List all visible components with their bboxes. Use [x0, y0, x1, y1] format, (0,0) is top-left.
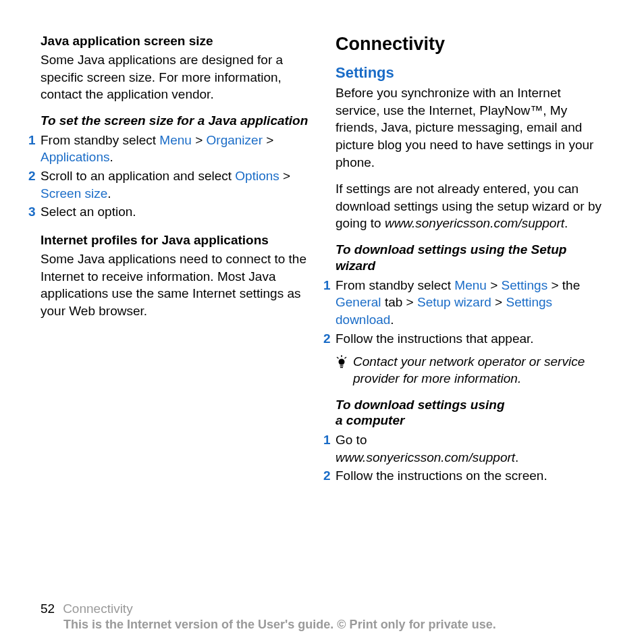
section-heading-java-screen-size: Java application screen size	[41, 34, 308, 49]
step-item: From standby select Menu > Organizer > A…	[28, 132, 308, 166]
manual-page: Java application screen size Some Java a…	[0, 0, 644, 644]
ui-path-organizer: Organizer	[207, 133, 263, 147]
svg-line-1	[337, 357, 339, 358]
step-text: > the	[547, 278, 580, 292]
footer-line-1: 52Connectivity	[41, 601, 603, 616]
url-text: www.sonyericsson.com/support	[385, 216, 564, 230]
footer-notice: This is the Internet version of the User…	[63, 618, 603, 632]
step-item: Follow the instructions on the screen.	[323, 467, 603, 485]
step-item: Select an option.	[28, 203, 308, 221]
ui-path-applications: Applications	[41, 150, 109, 164]
lightbulb-icon	[336, 355, 348, 371]
step-text: Select an option.	[41, 205, 136, 219]
step-sep: >	[491, 295, 506, 309]
step-item: Go to www.sonyericsson.com/support.	[323, 431, 603, 466]
step-text: From standby select	[336, 278, 454, 292]
tip-callout: Contact your network operator or service…	[336, 354, 603, 387]
step-item: Follow the instructions that appear.	[323, 330, 603, 348]
paragraph: Before you synchronize with an Internet …	[336, 84, 603, 171]
subsection-heading-download-wizard: To download settings using the Setup wiz…	[336, 242, 603, 274]
ui-path-options: Options	[235, 169, 279, 183]
ui-path-screen-size: Screen size	[41, 186, 107, 200]
step-period: .	[109, 150, 113, 164]
steps-list: From standby select Menu > Settings > th…	[323, 277, 603, 348]
page-footer: 52Connectivity This is the Internet vers…	[41, 601, 603, 632]
ui-path-menu: Menu	[159, 133, 192, 147]
ui-path-menu: Menu	[454, 278, 487, 292]
section-heading-settings: Settings	[336, 64, 603, 82]
paragraph: If settings are not already entered, you…	[336, 180, 603, 232]
step-sep: >	[487, 278, 502, 292]
chapter-heading-connectivity: Connectivity	[336, 34, 603, 55]
footer-section-name: Connectivity	[63, 601, 133, 616]
right-column: Connectivity Settings Before you synchro…	[336, 34, 603, 596]
step-item: Scroll to an application and select Opti…	[28, 167, 308, 202]
step-text: tab >	[381, 295, 417, 309]
ui-path-settings: Settings	[502, 278, 548, 292]
step-text: Follow the instructions on the screen.	[336, 468, 547, 483]
step-sep: >	[279, 169, 290, 183]
url-text: www.sonyericsson.com/support	[336, 450, 515, 464]
page-number: 52	[41, 601, 55, 616]
subhead-line: a computer	[336, 413, 404, 427]
section-heading-internet-profiles: Internet profiles for Java applications	[41, 233, 308, 248]
paragraph: Some Java applications need to connect t…	[41, 250, 308, 320]
ui-path-general: General	[336, 295, 381, 309]
step-text: Scroll to an application and select	[41, 169, 235, 183]
step-item: From standby select Menu > Settings > th…	[323, 277, 603, 329]
subhead-line: To download settings using	[336, 398, 505, 412]
svg-point-3	[339, 359, 345, 365]
step-text: Go to	[336, 433, 367, 447]
steps-list: Go to www.sonyericsson.com/support. Foll…	[323, 431, 603, 485]
step-period: .	[564, 216, 568, 230]
paragraph: Some Java applications are designed for …	[41, 51, 308, 103]
svg-line-2	[345, 357, 347, 358]
tip-text: Contact your network operator or service…	[353, 354, 603, 387]
columns: Java application screen size Some Java a…	[41, 34, 603, 596]
ui-path-setup-wizard: Setup wizard	[417, 295, 491, 309]
subsection-heading-set-screen-size: To set the screen size for a Java applic…	[41, 113, 308, 129]
left-column: Java application screen size Some Java a…	[41, 34, 308, 596]
steps-list: From standby select Menu > Organizer > A…	[28, 132, 308, 221]
subsection-heading-download-computer: To download settings using a computer	[336, 397, 603, 429]
step-period: .	[515, 450, 518, 464]
step-period: .	[107, 186, 111, 200]
step-text: Follow the instructions that appear.	[336, 331, 534, 346]
step-text: From standby select	[41, 133, 159, 147]
step-period: .	[390, 313, 394, 327]
step-sep: >	[263, 133, 273, 147]
step-sep: >	[192, 133, 207, 147]
